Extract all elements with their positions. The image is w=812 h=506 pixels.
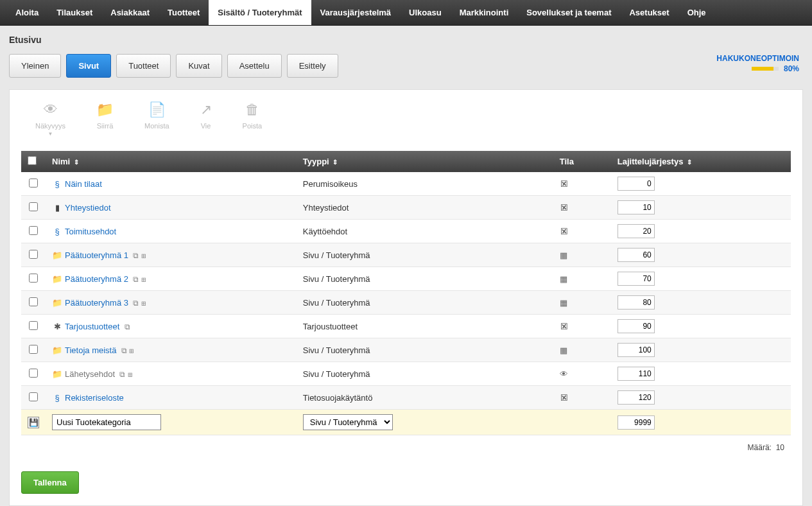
row-checkbox[interactable] <box>29 179 38 188</box>
sort-order-input[interactable] <box>618 200 655 214</box>
nav-item-7[interactable]: Markkinointi <box>451 0 518 25</box>
status-icon[interactable]: 👁 <box>560 369 568 379</box>
row-extra-icons[interactable]: ⧉ ⊞ <box>117 370 133 379</box>
row-checkbox[interactable] <box>29 202 38 211</box>
nav-item-2[interactable]: Asiakkaat <box>101 0 159 25</box>
row-name-link[interactable]: Lähetysehdot <box>65 369 115 379</box>
sort-order-input[interactable] <box>618 367 655 381</box>
subtabs: YleinenSivutTuotteetKuvatAsetteluEsittel… <box>9 54 338 78</box>
save-row-icon[interactable]: 💾 <box>28 417 39 428</box>
tool-monista[interactable]: 📄Monista <box>144 101 169 137</box>
row-checkbox[interactable] <box>29 369 38 378</box>
row-type-icon: ✱ <box>52 322 62 331</box>
sort-icon: ⇕ <box>687 159 692 166</box>
row-checkbox[interactable] <box>29 392 38 401</box>
table-row: ▮YhteystiedotYhteystiedot🗷 <box>21 196 791 220</box>
row-extra-icons[interactable]: ⧉ ⊞ <box>131 251 146 260</box>
sort-order-input[interactable] <box>618 272 655 286</box>
subtab-5[interactable]: Esittely <box>287 54 338 78</box>
subtab-1[interactable]: Sivut <box>66 54 111 78</box>
status-icon[interactable]: ▦ <box>560 345 567 355</box>
row-type: Tietosuojakäytäntö <box>297 386 553 410</box>
status-icon[interactable]: 🗷 <box>560 179 568 189</box>
nav-item-10[interactable]: Ohje <box>678 0 715 25</box>
toolbar: 👁Näkyvyys▼📁Siirrä📄Monista↗Vie🗑Poista <box>21 101 791 151</box>
status-icon[interactable]: 🗷 <box>560 393 568 403</box>
table-header-row: Nimi ⇕ Tyyppi ⇕ Tila Lajittelujärjestys … <box>21 151 791 172</box>
row-name-link[interactable]: Päätuoteryhmä 2 <box>65 274 128 284</box>
row-name-link[interactable]: Näin tilaat <box>65 179 102 189</box>
subtab-4[interactable]: Asettelu <box>227 54 282 78</box>
subtab-3[interactable]: Kuvat <box>176 54 221 78</box>
tool-icon: ↗ <box>200 101 212 118</box>
sort-order-input[interactable] <box>618 343 655 357</box>
header-status: Tila <box>553 151 611 172</box>
status-icon[interactable]: ▦ <box>560 274 567 284</box>
row-checkbox[interactable] <box>29 250 38 259</box>
new-type-select[interactable]: Sivu / Tuoteryhmä <box>303 414 393 430</box>
select-all-checkbox[interactable] <box>28 156 37 165</box>
row-checkbox[interactable] <box>29 297 38 306</box>
row-type-icon: § <box>52 227 62 236</box>
status-icon[interactable]: ▦ <box>560 250 567 260</box>
nav-item-4[interactable]: Sisältö / Tuoteryhmät <box>209 0 311 25</box>
seo-widget[interactable]: HAKUKONEOPTIMOIN 80% <box>716 54 803 73</box>
save-button[interactable]: Tallenna <box>21 471 79 494</box>
status-icon[interactable]: 🗷 <box>560 322 568 331</box>
nav-item-3[interactable]: Tuotteet <box>159 0 209 25</box>
row-name-link[interactable]: Päätuoteryhmä 1 <box>65 250 128 260</box>
nav-item-1[interactable]: Tilaukset <box>48 0 101 25</box>
sort-order-input[interactable] <box>618 248 655 262</box>
row-name-link[interactable]: Rekisteriseloste <box>65 393 124 403</box>
tool-icon: 📄 <box>148 101 166 118</box>
row-name-link[interactable]: Päätuoteryhmä 3 <box>65 298 128 308</box>
row-checkbox[interactable] <box>29 345 38 354</box>
tool-poista[interactable]: 🗑Poista <box>243 101 263 137</box>
tool-icon: 🗑 <box>245 101 259 118</box>
sort-order-input[interactable] <box>618 390 655 405</box>
row-name-link[interactable]: Yhteystiedot <box>65 203 111 213</box>
new-name-input[interactable] <box>52 414 161 430</box>
row-type: Käyttöehdot <box>297 220 553 243</box>
header-name[interactable]: Nimi ⇕ <box>46 151 297 172</box>
row-name-link[interactable]: Tarjoustuotteet <box>65 322 119 331</box>
nav-item-9[interactable]: Asetukset <box>620 0 678 25</box>
row-checkbox[interactable] <box>29 226 38 235</box>
new-sort-input[interactable] <box>618 415 655 430</box>
nav-item-0[interactable]: Aloita <box>6 0 48 25</box>
nav-item-8[interactable]: Sovellukset ja teemat <box>517 0 620 25</box>
sort-order-input[interactable] <box>618 177 655 191</box>
row-extra-icons[interactable]: ⧉ <box>122 322 130 331</box>
status-icon[interactable]: ▦ <box>560 298 567 308</box>
seo-percent: 80% <box>784 64 799 73</box>
header-sort[interactable]: Lajittelujärjestys ⇕ <box>611 151 791 172</box>
sort-order-input[interactable] <box>618 224 655 238</box>
nav-item-5[interactable]: Varausjärjestelmä <box>311 0 401 25</box>
row-name-link[interactable]: Tietoja meistä <box>65 345 116 355</box>
row-type-icon: 📁 <box>52 298 62 308</box>
row-extra-icons[interactable]: ⧉ ⊞ <box>131 275 146 284</box>
tool-näkyvyys[interactable]: 👁Näkyvyys▼ <box>35 101 65 137</box>
nav-item-6[interactable]: Ulkoasu <box>400 0 451 25</box>
subtab-0[interactable]: Yleinen <box>9 54 61 78</box>
tool-siirrä[interactable]: 📁Siirrä <box>96 101 114 137</box>
sort-order-input[interactable] <box>618 319 655 333</box>
row-checkbox[interactable] <box>29 321 38 330</box>
sort-order-input[interactable] <box>618 295 655 310</box>
row-extra-icons[interactable]: ⧉ ⊞ <box>131 299 146 308</box>
header-type[interactable]: Tyyppi ⇕ <box>297 151 553 172</box>
seo-bar <box>752 67 779 71</box>
subtabs-row: YleinenSivutTuotteetKuvatAsetteluEsittel… <box>9 54 803 78</box>
row-type-icon: 📁 <box>52 345 62 355</box>
subtab-2[interactable]: Tuotteet <box>116 54 171 78</box>
pages-table: Nimi ⇕ Tyyppi ⇕ Tila Lajittelujärjestys … <box>21 151 791 435</box>
sort-icon: ⇕ <box>74 159 79 166</box>
table-row: 📁Päätuoteryhmä 3 ⧉ ⊞Sivu / Tuoteryhmä▦ <box>21 291 791 315</box>
row-checkbox[interactable] <box>29 274 38 283</box>
row-extra-icons[interactable]: ⧉ ⊞ <box>119 346 134 355</box>
tool-vie[interactable]: ↗Vie <box>200 101 212 137</box>
status-icon[interactable]: 🗷 <box>560 227 568 236</box>
status-icon[interactable]: 🗷 <box>560 203 568 213</box>
table-row: §Näin tilaatPerumisoikeus🗷 <box>21 172 791 196</box>
row-name-link[interactable]: Toimitusehdot <box>65 227 116 236</box>
